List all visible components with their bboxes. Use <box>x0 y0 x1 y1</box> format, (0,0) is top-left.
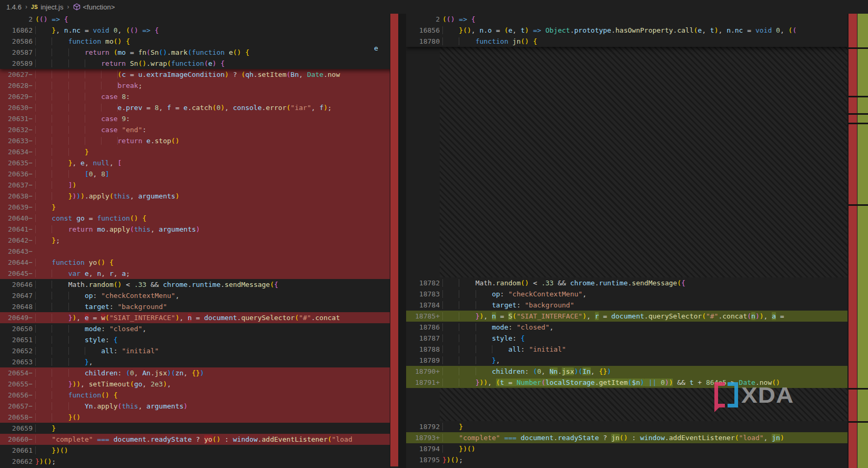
line-number[interactable]: 20635− <box>0 157 35 168</box>
code-line[interactable]: 20587 return (mo = fn(Sn().mark(function… <box>0 47 398 58</box>
code-line[interactable]: 18786 mode: "closed", <box>406 322 868 333</box>
line-number[interactable]: 20662 <box>0 456 35 467</box>
line-number[interactable]: 20643− <box>0 246 35 257</box>
line-number[interactable]: 18784 <box>406 300 442 311</box>
code-line[interactable]: 20644− function yo() { <box>0 257 398 268</box>
line-number[interactable]: 20586 <box>0 36 35 47</box>
line-number[interactable]: 20647 <box>0 290 35 301</box>
line-number[interactable]: 20630− <box>0 102 35 113</box>
line-number[interactable]: 20631− <box>0 113 35 124</box>
code-line[interactable]: 20661 })() <box>0 445 398 456</box>
code-line[interactable]: 20640− const go = function() { <box>0 213 398 224</box>
code-line[interactable]: 20655− })), setTimeout(go, 2e3), <box>0 379 398 390</box>
line-number[interactable]: 18780 <box>406 36 442 47</box>
line-number[interactable]: 20589 <box>0 58 35 69</box>
line-number[interactable]: 20652 <box>0 345 35 356</box>
code-line[interactable]: 20659 } <box>0 423 398 434</box>
code-line[interactable]: 20657− Yn.apply(this, arguments) <box>0 401 398 412</box>
sticky-scroll-right[interactable]: 2(() => {16856 }(), n.o = (e, t) => Obje… <box>406 14 868 47</box>
code-line[interactable]: 20658− }() <box>0 412 398 423</box>
code-line[interactable]: 20634− } <box>0 146 398 157</box>
code-line[interactable]: 20650 mode: "closed", <box>0 323 398 334</box>
line-number[interactable]: 20587 <box>0 47 35 58</box>
code-line[interactable]: 20586 function mo() { <box>0 36 398 47</box>
code-line[interactable]: 18783 op: "checkContextMenu", <box>406 288 868 300</box>
line-number[interactable]: 20654− <box>0 367 35 379</box>
line-number[interactable]: 18782 <box>406 277 442 288</box>
code-line[interactable]: 20638− }))).apply(this, arguments) <box>0 191 398 202</box>
code-line[interactable]: 20652 all: "initial" <box>0 345 398 356</box>
line-number[interactable]: 20638− <box>0 191 35 202</box>
code-line[interactable]: 20589 return Sn().wrap(function(e) { <box>0 58 398 69</box>
line-number[interactable]: 20641− <box>0 224 35 235</box>
line-number[interactable]: 18790+ <box>406 366 442 377</box>
overview-ruler-right[interactable] <box>847 14 868 468</box>
line-number[interactable]: 18788 <box>406 344 442 355</box>
line-number[interactable]: 18794 <box>406 443 442 454</box>
line-number[interactable]: 20646 <box>0 279 35 290</box>
code-line[interactable]: 20633− return e.stop() <box>0 135 398 146</box>
code-line[interactable]: 18789 }, <box>406 355 868 366</box>
code-line[interactable]: 16862 }, n.nc = void 0, (() => { <box>0 25 398 36</box>
line-number[interactable]: 20660− <box>0 434 35 445</box>
code-line[interactable]: 20630− e.prev = 8, f = e.catch(0), conso… <box>0 102 398 113</box>
diff-modified-editor[interactable]: 2(() => {16856 }(), n.o = (e, t) => Obje… <box>406 14 868 468</box>
line-number[interactable]: 20645− <box>0 268 35 279</box>
code-line[interactable]: 20632− case "end": <box>0 124 398 135</box>
code-line[interactable]: 18790+ children: (0, Nn.jsx)(In, {}) <box>406 366 868 377</box>
line-number[interactable]: 18786 <box>406 322 442 333</box>
line-number[interactable]: 20649− <box>0 312 35 323</box>
line-number[interactable]: 18793+ <box>406 432 442 443</box>
line-number[interactable]: 20636− <box>0 168 35 180</box>
line-number[interactable]: 20633− <box>0 135 35 146</box>
code-line[interactable]: 20654− children: (0, An.jsx)(zn, {}) <box>0 367 398 379</box>
code-line[interactable]: 2(() => { <box>406 14 868 25</box>
code-line[interactable]: 20648 target: "background" <box>0 301 398 312</box>
line-number[interactable]: 18787 <box>406 333 442 344</box>
line-number[interactable]: 20632− <box>0 124 35 135</box>
code-line[interactable]: 20639− } <box>0 202 398 213</box>
line-number[interactable]: 20629− <box>0 91 35 102</box>
line-number[interactable]: 20639− <box>0 202 35 213</box>
code-line[interactable]: 20636− [0, 8] <box>0 168 398 180</box>
line-number[interactable]: 20648 <box>0 301 35 312</box>
line-number[interactable]: 18785+ <box>406 311 442 322</box>
code-line[interactable]: 20645− var e, n, r, a; <box>0 268 398 279</box>
code-line[interactable]: 20643− <box>0 246 398 257</box>
code-line[interactable]: 20635− }, e, null, [ <box>0 157 398 168</box>
code-line[interactable]: 20642− }; <box>0 235 398 246</box>
line-number[interactable]: 18795 <box>406 454 442 465</box>
code-line[interactable]: 20628− break; <box>0 80 398 91</box>
line-number[interactable]: 2 <box>406 14 442 25</box>
line-number[interactable]: 18791+ <box>406 377 442 388</box>
line-number[interactable]: 20628− <box>0 80 35 91</box>
sticky-scroll-left[interactable]: 2(() => {16862 }, n.nc = void 0, (() => … <box>0 14 398 69</box>
code-line[interactable]: 18793+ "complete" === document.readyStat… <box>406 432 868 443</box>
code-line[interactable]: 20662})(); <box>0 456 398 467</box>
code-line[interactable]: 20646 Math.random() < .33 && chrome.runt… <box>0 279 398 290</box>
line-number[interactable]: 18783 <box>406 288 442 300</box>
code-line[interactable]: 20629− case 8: <box>0 91 398 102</box>
line-number[interactable]: 20661 <box>0 445 35 456</box>
code-line[interactable]: 18782 Math.random() < .33 && chrome.runt… <box>406 277 868 288</box>
code-line[interactable]: 18788 all: "initial" <box>406 344 868 355</box>
code-line[interactable]: 20631− case 9: <box>0 113 398 124</box>
line-number[interactable]: 16862 <box>0 25 35 36</box>
code-line[interactable]: 2(() => { <box>0 14 398 25</box>
line-number[interactable]: 20659 <box>0 423 35 434</box>
code-line[interactable]: 20656− function() { <box>0 390 398 401</box>
code-line[interactable]: 20627− (c = u.extraImageCondition) ? (qh… <box>0 69 398 80</box>
line-number[interactable]: 16856 <box>406 25 442 36</box>
line-number[interactable]: 2 <box>0 14 35 25</box>
line-number[interactable]: 20658− <box>0 412 35 423</box>
code-line[interactable]: 18780 function jn() { <box>406 36 868 47</box>
code-line[interactable]: 20651 style: { <box>0 334 398 345</box>
code-line[interactable]: 20653 }, <box>0 356 398 367</box>
code-line[interactable]: 20647 op: "checkContextMenu", <box>0 290 398 301</box>
code-line[interactable]: 18795})(); <box>406 454 868 465</box>
line-number[interactable]: 20640− <box>0 213 35 224</box>
line-number[interactable]: 20634− <box>0 146 35 157</box>
code-line[interactable]: 20641− return mo.apply(this, arguments) <box>0 224 398 235</box>
line-number[interactable]: 20651 <box>0 334 35 345</box>
line-number[interactable]: 20657− <box>0 401 35 412</box>
